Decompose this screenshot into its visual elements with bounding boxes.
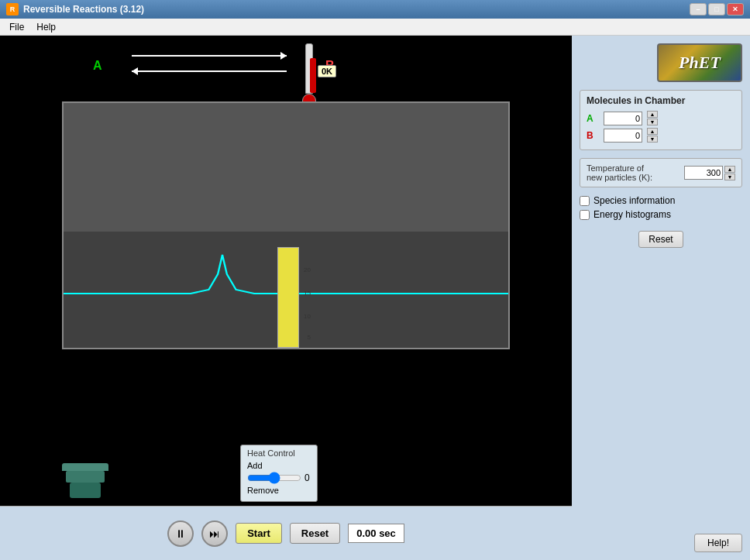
main-content: A B 0K 20 <box>0 36 750 560</box>
molecule-a-row: A ▲ ▼ <box>587 111 735 125</box>
energy-hist-checkbox[interactable] <box>580 210 590 220</box>
heat-add-label: Add <box>247 461 311 470</box>
time-value: 0.00 <box>356 527 376 539</box>
burner-area <box>62 463 108 502</box>
temperature-row: Temperature ofnew particles (K): ▲ ▼ <box>587 163 735 182</box>
step-button[interactable]: ⏭ <box>201 520 228 547</box>
burner-middle <box>66 471 105 483</box>
heat-slider[interactable] <box>247 472 301 484</box>
window-controls: – □ ✕ <box>690 3 744 15</box>
heat-slider-row: 0 <box>247 472 311 484</box>
temperature-section: Temperature ofnew particles (K): ▲ ▼ <box>580 158 742 187</box>
menu-help[interactable]: Help <box>30 20 62 34</box>
molecule-b-row: B ▲ ▼ <box>587 128 735 143</box>
reaction-chamber: 20 15 10 5 0 0 <box>62 101 510 349</box>
thermo-fill <box>310 58 316 93</box>
panel-reset-button[interactable]: Reset <box>638 231 683 248</box>
step-icon: ⏭ <box>209 527 220 540</box>
temp-up[interactable]: ▲ <box>724 166 735 173</box>
heat-slider-value: 0 <box>304 472 310 483</box>
thermo-tube <box>305 43 313 94</box>
time-display: 0.00 sec <box>348 524 404 543</box>
forward-arrow <box>132 55 287 57</box>
maximize-button[interactable]: □ <box>708 3 725 15</box>
mol-a-label: A <box>587 113 599 124</box>
pause-icon: ⏸ <box>175 527 186 540</box>
menu-bar: File Help <box>0 19 750 36</box>
heat-control-title: Heat Control <box>247 448 311 458</box>
help-button[interactable]: Help! <box>694 534 742 552</box>
energy-hist-row: Energy histograms <box>580 209 742 220</box>
reactant-a-label: A <box>93 59 102 73</box>
reaction-arrows-area: A B 0K <box>0 36 572 101</box>
burner-top <box>62 463 108 471</box>
scale-5: 5 <box>308 334 311 341</box>
mol-b-up[interactable]: ▲ <box>647 128 658 135</box>
species-info-checkbox[interactable] <box>580 196 590 206</box>
phet-logo: PhET <box>657 43 742 82</box>
scale-10: 10 <box>304 313 311 320</box>
species-info-label: Species information <box>593 195 675 206</box>
simulation-area: A B 0K 20 <box>0 36 572 560</box>
heat-remove-label: Remove <box>247 486 311 495</box>
temp-input[interactable] <box>684 166 723 180</box>
molecules-section: Molecules in Chamber A ▲ ▼ B ▲ ▼ <box>580 90 742 150</box>
scale-15: 15 <box>304 290 311 297</box>
heat-control-panel: Heat Control Add 0 Remove <box>240 445 318 502</box>
energy-hist-label: Energy histograms <box>593 209 671 220</box>
title-bar: R Reversible Reactions (3.12) – □ ✕ <box>0 0 750 19</box>
options-section: Species information Energy histograms <box>580 195 742 223</box>
reset-panel-area: Reset <box>580 231 742 248</box>
scale-20: 20 <box>304 266 311 273</box>
burner <box>62 463 108 502</box>
close-button[interactable]: ✕ <box>727 3 744 15</box>
minimize-button[interactable]: – <box>690 3 707 15</box>
mol-b-label: B <box>587 130 599 141</box>
right-panel: PhET Molecules in Chamber A ▲ ▼ B ▲ ▼ <box>572 36 750 560</box>
menu-file[interactable]: File <box>3 20 30 34</box>
app-icon: R <box>6 3 19 15</box>
time-unit: sec <box>379 527 396 539</box>
pause-button[interactable]: ⏸ <box>167 520 194 547</box>
molecules-title: Molecules in Chamber <box>587 95 735 106</box>
mol-b-input[interactable] <box>604 129 642 143</box>
scale-bar: 20 15 10 5 <box>277 247 299 348</box>
mol-a-spinner: ▲ ▼ <box>647 111 658 125</box>
mol-b-spinner: ▲ ▼ <box>647 128 658 143</box>
bottom-control-bar: ⏸ ⏭ Start Reset 0.00 sec <box>0 506 572 560</box>
energy-graph: 20 15 10 5 <box>64 232 508 348</box>
temp-spinner: ▲ ▼ <box>724 166 735 180</box>
thermo-ok-label: 0K <box>318 65 336 77</box>
temp-down[interactable]: ▼ <box>724 173 735 180</box>
mol-b-down[interactable]: ▼ <box>647 136 658 143</box>
mol-a-up[interactable]: ▲ <box>647 111 658 118</box>
reset-button[interactable]: Reset <box>290 523 340 544</box>
mol-a-down[interactable]: ▼ <box>647 119 658 125</box>
scale-marks: 20 15 10 5 <box>287 246 309 347</box>
burner-bottom <box>70 483 101 498</box>
species-info-row: Species information <box>580 195 742 206</box>
phet-text: PhET <box>679 53 721 73</box>
start-button[interactable]: Start <box>236 523 282 544</box>
temp-label: Temperature ofnew particles (K): <box>587 163 679 182</box>
window-title: Reversible Reactions (3.12) <box>23 4 144 15</box>
mol-a-input[interactable] <box>604 112 642 125</box>
chamber-inner: 20 15 10 5 0 0 <box>64 103 508 348</box>
backward-arrow <box>132 70 287 72</box>
thermometer <box>302 43 316 101</box>
